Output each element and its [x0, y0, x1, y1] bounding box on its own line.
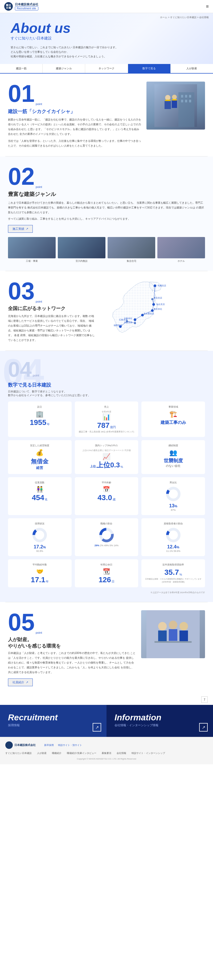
footer-logo-icon — [5, 741, 13, 749]
stat-avg-tenure: 平均勤続年数 🤝 17.1 年 — [8, 559, 72, 587]
section-05: 05 point 人が財産。 やりがいを感じる環境を 日本建設は「人が財産」と考… — [0, 602, 213, 694]
svg-rect-11 — [189, 100, 191, 102]
breadcrumb: ホーム > すぐに知りたい日本建設 > 会社情報 — [160, 16, 209, 19]
svg-rect-13 — [165, 100, 170, 101]
sec02-title: 豊富な建築ジャンル — [8, 191, 205, 198]
svg-rect-2 — [6, 7, 8, 9]
sec05-title: 人が財産。 やりがいを感じる環境を — [8, 636, 136, 649]
arrow-right-icon: ↗ — [26, 227, 28, 231]
stat-hiring: 採用状況 17.2% 82.8% — [8, 518, 72, 556]
svg-point-57 — [158, 622, 167, 630]
sec01-content: 01 point 建設一筋「シカクイカイシャ」 創業から百余年建設一筋に、「建設… — [8, 81, 141, 148]
sec02-img-residential: 集合住宅 — [107, 237, 155, 263]
cta-information-arrow[interactable]: ↗ — [199, 723, 208, 732]
svg-rect-58 — [158, 630, 167, 641]
cta-recruitment-subtitle: 採用情報 — [8, 723, 98, 727]
svg-point-46 — [167, 488, 179, 500]
site-footer: 日本建設株式会社 新卒採用 特設サイト・別サイト すぐに知りたい日本建設 人が財… — [0, 737, 213, 764]
hero-title: About us — [11, 21, 202, 35]
page-number[interactable]: 7 — [201, 696, 208, 703]
sec01-image — [147, 81, 205, 148]
svg-rect-8 — [189, 95, 191, 97]
footer-nav-about[interactable]: すぐに知りたい日本建設 — [5, 751, 32, 755]
company-name: 日本建設株式会社 — [15, 2, 38, 6]
svg-rect-17 — [172, 100, 177, 108]
stat-qualification: 資格取得者の割合 12.4% 11.1% 59.6% — [141, 518, 205, 556]
svg-rect-60 — [169, 629, 177, 641]
svg-point-15 — [172, 95, 177, 99]
hamburger-menu-icon[interactable]: ≡ — [206, 4, 209, 10]
svg-rect-7 — [185, 95, 187, 97]
sec03-title: 全国に広がるネットワーク — [8, 305, 95, 312]
stat-no-succession: 継続制度 👥 世襲制度 のない会社 — [141, 440, 205, 474]
recruitment-tag: Recruitment site — [15, 6, 38, 10]
footer-nav-workplace[interactable]: 職場紹介/先輩インタビュー — [67, 751, 96, 755]
stat-employees: 従業員数 👫 454 名 — [8, 477, 72, 515]
footer-nav-company[interactable]: 会社情報 — [117, 751, 126, 755]
stat-revenue: 売上 令和4年度 📊 787 億円 建設工事・売上高全国 28位 (令和4年度業… — [75, 401, 139, 437]
svg-rect-3 — [9, 7, 11, 9]
footer-nav-jobs[interactable]: 職種紹介 — [52, 751, 62, 755]
sec02-text: これまで日本建設が手がけてきた仕事の実績を、暮らしの観点から取りまとめてもらいた… — [8, 200, 205, 215]
footer-link-new-grad[interactable]: 新卒採用 — [44, 743, 54, 747]
svg-text:東北支店: 東北支店 — [154, 297, 162, 299]
svg-rect-10 — [185, 100, 187, 102]
sec02-point-label: point — [36, 185, 42, 188]
japan-map: 札幌支店 仙台支店 東京本社 東北支店 名古屋支店 大阪本社 大阪支店 — [100, 279, 205, 342]
cta-information-subtitle: 会社情報・インターンシップ情報 — [115, 723, 205, 727]
sec05-text: 日本建設は「人が財産」と考えています。これまでの約100年の歴史の中で、私たちが… — [8, 651, 136, 675]
tab-architecture[interactable]: 建築ジャンル — [43, 64, 85, 73]
stats-footnote: ※上記データは全て令和5年度 2024年4月時点のものです — [8, 591, 205, 594]
footer-company-name: 日本建設株式会社 — [14, 743, 36, 747]
section-01: 01 point 建設一筋「シカクイカイシャ」 創業から百余年建設一筋に、「建設… — [0, 73, 213, 156]
tab-network[interactable]: ネットワーク — [85, 64, 128, 73]
stat-avg-age: 平均年齢 📅 43.0 歳 — [75, 477, 139, 515]
section-nav: 建設一筋 建築ジャンル ネットワーク 数字で見る 人が財産 — [0, 64, 213, 73]
cta-recruitment-title: Recruitment — [8, 713, 98, 722]
sec02-img-miyagawa: 宮川内敷設 — [58, 237, 106, 263]
sec02-img-factory: 工場・事業 — [8, 237, 56, 263]
sec02-img-hotel: ホテル — [157, 237, 205, 263]
stat-debt-free: 安定した経営制度 💰 無借金 経営 — [8, 440, 72, 474]
sec01-text2: 当社では「人材を登用する」といった方、入社後も仕事に集中できる環境が整っています… — [8, 138, 141, 148]
svg-text:仙台支店: 仙台支店 — [156, 303, 165, 305]
stat-job-ratio: 職種の割合 29% 2% 49% 5% 14% — [75, 518, 139, 556]
pagination: 7 — [0, 694, 213, 705]
footer-link-special[interactable]: 特設サイト・別サイト — [58, 743, 82, 747]
footer-nav-people[interactable]: 人が財産 — [37, 751, 47, 755]
hero-section: ホーム > すぐに知りたい日本建設 > 会社情報 About us すぐに知りた… — [0, 13, 213, 64]
stat-founding-year: 設立 🏢 1955 年 — [8, 401, 72, 437]
sec04-point-label: point — [33, 374, 39, 377]
sec01-title: 建設一筋「シカクイカイシャ」 — [8, 108, 141, 115]
tab-people[interactable]: 人が財産 — [171, 64, 213, 73]
sec04-subtitle: 日本建設について、数字で表すとこうなります。 数字から会社をイメージする、参考に… — [8, 390, 205, 397]
sec02-image-grid: 工場・事業 宮川内敷設 集合住宅 ホテル — [8, 237, 205, 263]
sec03-text: 北海道から九州まで、日本建設は全国に拠点を持っています。複数 の地域に密着したサ… — [8, 314, 95, 342]
stat-gender-ratio: 男女比 13% 87% — [141, 477, 205, 515]
footer-logo: 日本建設株式会社 — [5, 741, 36, 749]
footer-nav-special[interactable]: 特設サイト・インターンシップ — [131, 751, 165, 755]
svg-rect-63 — [155, 641, 192, 643]
construction-results-button[interactable]: 施工実績 ↗ — [8, 225, 33, 233]
stats-grid: 設立 🏢 1955 年 売上 令和4年度 📊 787 億円 建設工事・売上高全国… — [8, 401, 205, 587]
svg-rect-16 — [172, 99, 177, 100]
sec02-number: 02 — [8, 164, 35, 188]
section-02: 02 point 豊富な建築ジャンル これまで日本建設が手がけてきた仕事の実績を… — [0, 156, 213, 271]
tab-numbers[interactable]: 数字で見る — [128, 64, 171, 73]
tab-construction[interactable]: 建設一筋 — [0, 64, 43, 73]
employee-intro-button[interactable]: 社員紹介 ↗ — [8, 678, 33, 686]
cta-information-title: Information — [115, 713, 205, 722]
svg-point-59 — [169, 620, 177, 629]
section-04: 04 04 point 数字で見る日本建設 日本建設について、数字で表すとこうな… — [0, 351, 213, 602]
sec05-point-label: point — [36, 631, 42, 634]
svg-point-12 — [165, 95, 170, 100]
svg-point-54 — [167, 529, 179, 541]
footer-quick-links: 新卒採用 特設サイト・別サイト — [44, 743, 82, 747]
footer-nav-requirements[interactable]: 募集要項 — [102, 751, 111, 755]
sec05-image — [141, 610, 205, 686]
arrow-right-icon: ↗ — [26, 681, 28, 684]
cta-recruitment-arrow[interactable]: ↗ — [93, 723, 101, 732]
section-03: 03 point 全国に広がるネットワーク 北海道から九州まで、日本建設は全国に… — [0, 271, 213, 351]
svg-text:東京本社: 東京本社 — [154, 308, 162, 310]
stat-cert-rate: 近件資格取得奨励率 35.7 % 日本建設は資格・スキルの資格取得を積極的に サ… — [141, 559, 205, 587]
